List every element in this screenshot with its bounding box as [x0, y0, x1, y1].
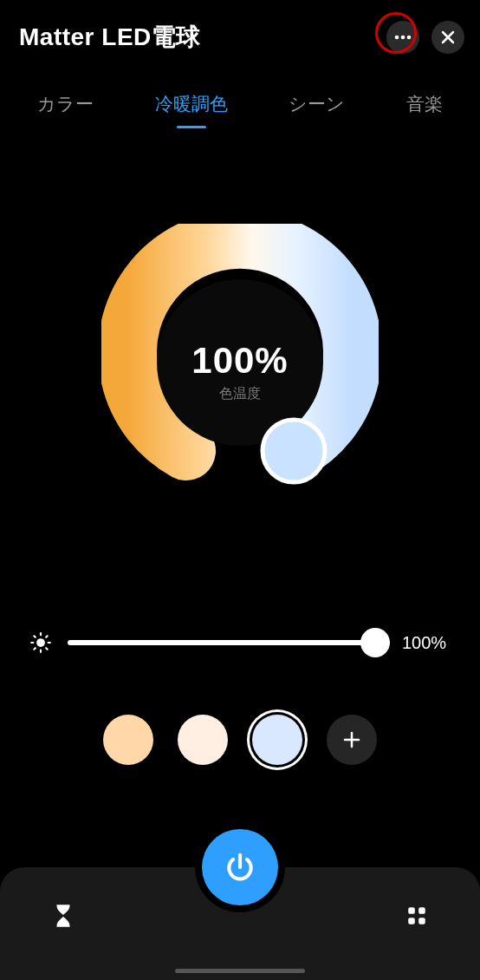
brightness-thumb[interactable] [360, 628, 390, 657]
brightness-value: 100% [402, 633, 451, 653]
more-button[interactable] [386, 21, 419, 54]
brightness-icon [29, 631, 52, 654]
close-icon [441, 30, 455, 44]
svg-line-12 [34, 648, 36, 650]
tab-color[interactable]: カラー [34, 85, 97, 128]
header: Matter LED電球 [0, 0, 480, 73]
timer-button[interactable] [52, 903, 75, 932]
svg-rect-14 [408, 907, 415, 914]
svg-point-0 [395, 36, 399, 40]
tab-music[interactable]: 音楽 [403, 85, 446, 128]
preset-soft[interactable] [178, 715, 228, 765]
bottom-nav [0, 867, 480, 980]
preset-row [0, 715, 480, 765]
svg-line-13 [46, 636, 48, 637]
svg-rect-17 [418, 918, 425, 924]
device-title: Matter LED電球 [19, 21, 201, 54]
svg-point-4 [263, 420, 325, 482]
mode-tabs: カラー 冷暖調色 シーン 音楽 [0, 73, 480, 128]
power-icon [224, 851, 256, 884]
preset-warm[interactable] [103, 715, 153, 765]
more-icon [394, 35, 412, 40]
svg-point-2 [407, 36, 412, 40]
color-temp-dial[interactable]: 100% 色温度 [0, 224, 480, 519]
brightness-row: 100% [0, 631, 480, 654]
grid-icon [405, 905, 428, 927]
dial-readout: 100% 色温度 [191, 340, 288, 403]
svg-line-11 [46, 648, 48, 650]
preset-add-button[interactable] [327, 715, 377, 765]
power-button[interactable] [202, 829, 278, 905]
apps-button[interactable] [405, 905, 428, 931]
home-indicator [175, 969, 305, 973]
preset-cool[interactable] [252, 715, 302, 765]
tab-scene[interactable]: シーン [285, 85, 348, 128]
hourglass-icon [52, 903, 75, 929]
svg-rect-15 [418, 907, 425, 914]
header-actions [386, 21, 464, 54]
close-button[interactable] [431, 21, 464, 54]
dial-label: 色温度 [191, 385, 288, 403]
svg-line-10 [34, 636, 36, 637]
dial-percent: 100% [191, 340, 288, 382]
svg-point-5 [36, 638, 45, 647]
svg-rect-16 [408, 918, 415, 924]
svg-point-1 [401, 36, 405, 40]
brightness-slider[interactable] [68, 640, 386, 645]
tab-cct[interactable]: 冷暖調色 [152, 85, 231, 128]
plus-icon [342, 730, 361, 749]
